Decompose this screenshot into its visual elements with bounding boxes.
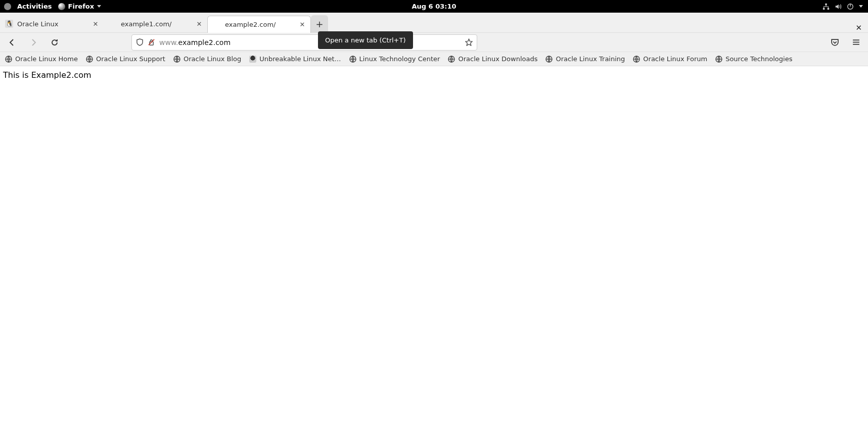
tab-strip: Oracle Linux ✕ example1.com/ ✕ example2.…	[0, 13, 868, 33]
shield-icon[interactable]	[136, 38, 144, 46]
page-body-text: This is Example2.com	[3, 70, 92, 80]
close-tab-button[interactable]: ✕	[195, 20, 203, 28]
tab-favicon-icon	[5, 20, 13, 28]
not-secure-icon[interactable]	[148, 38, 155, 46]
bookmark-label: Unbreakable Linux Net…	[259, 55, 341, 63]
window-close-button[interactable]: ✕	[849, 23, 868, 32]
bookmark-item[interactable]: Unbreakable Linux Net…	[249, 55, 341, 63]
app-menu-button[interactable]	[849, 35, 863, 50]
svg-rect-1	[823, 8, 825, 10]
bookmark-label: Oracle Linux Downloads	[458, 55, 537, 63]
forward-button[interactable]	[26, 35, 40, 50]
tab-title: Oracle Linux	[17, 20, 87, 28]
bookmark-label: Oracle Linux Forum	[643, 55, 707, 63]
tab-example1[interactable]: example1.com/ ✕	[104, 15, 207, 32]
reload-button[interactable]	[48, 35, 62, 50]
bookmark-label: Oracle Linux Training	[556, 55, 625, 63]
bookmark-item[interactable]: Oracle Linux Training	[545, 55, 625, 63]
tab-favicon-icon	[109, 20, 117, 28]
activities-button[interactable]: Activities	[17, 3, 52, 10]
tux-icon	[249, 56, 256, 63]
bookmark-label: Oracle Linux Home	[15, 55, 78, 63]
tab-oracle-linux[interactable]: Oracle Linux ✕	[0, 15, 104, 32]
bookmark-item[interactable]: Oracle Linux Home	[5, 55, 78, 63]
gnome-topbar: Activities Firefox Aug 6 03:10	[0, 0, 868, 13]
bookmark-label: Oracle Linux Support	[96, 55, 165, 63]
nav-toolbar: www.example2.com	[0, 33, 868, 52]
globe-icon	[86, 56, 93, 63]
globe-icon	[448, 56, 455, 63]
clock[interactable]: Aug 6 03:10	[412, 3, 456, 10]
back-button[interactable]	[5, 35, 19, 50]
power-icon[interactable]	[847, 3, 854, 10]
tab-title: example2.com/	[225, 21, 294, 28]
bookmark-label: Source Technologies	[725, 55, 792, 63]
bookmark-item[interactable]: Oracle Linux Blog	[173, 55, 241, 63]
activities-icon	[4, 3, 11, 10]
bookmark-star-icon[interactable]	[465, 38, 473, 46]
svg-rect-2	[828, 8, 830, 10]
new-tab-tooltip: Open a new tab (Ctrl+T)	[318, 31, 413, 49]
current-app[interactable]: Firefox	[58, 3, 102, 10]
svg-rect-0	[825, 3, 827, 5]
close-tab-button[interactable]: ✕	[92, 20, 100, 28]
bookmark-item[interactable]: Linux Technology Center	[349, 55, 440, 63]
globe-icon	[173, 56, 180, 63]
new-tab-button[interactable]: +	[311, 15, 328, 32]
tab-title: example1.com/	[121, 20, 191, 28]
globe-icon	[5, 56, 12, 63]
url-text: www.example2.com	[159, 38, 231, 46]
globe-icon	[349, 56, 356, 63]
globe-icon	[633, 56, 640, 63]
url-host: example2.com	[178, 38, 231, 46]
bookmark-item[interactable]: Source Technologies	[715, 55, 792, 63]
globe-icon	[715, 56, 722, 63]
system-menu-caret-icon[interactable]	[859, 5, 863, 8]
bookmark-item[interactable]: Oracle Linux Support	[86, 55, 165, 63]
pocket-button[interactable]	[828, 35, 842, 50]
current-app-label: Firefox	[68, 3, 95, 10]
bookmarks-toolbar: Oracle Linux Home Oracle Linux Support O…	[0, 52, 868, 66]
page-content: This is Example2.com	[0, 66, 868, 84]
chevron-down-icon	[97, 5, 101, 8]
bookmark-item[interactable]: Oracle Linux Downloads	[448, 55, 537, 63]
bookmark-label: Oracle Linux Blog	[184, 55, 241, 63]
network-icon[interactable]	[823, 3, 830, 10]
firefox-icon	[58, 3, 65, 10]
tab-favicon-icon	[213, 21, 221, 29]
tab-example2[interactable]: example2.com/ ✕	[207, 16, 311, 33]
volume-icon[interactable]	[835, 3, 842, 10]
close-tab-button[interactable]: ✕	[298, 21, 306, 29]
bookmark-item[interactable]: Oracle Linux Forum	[633, 55, 707, 63]
url-prefix: www.	[159, 38, 178, 46]
globe-icon	[545, 56, 553, 63]
bookmark-label: Linux Technology Center	[359, 55, 440, 63]
url-bar[interactable]: www.example2.com	[131, 34, 477, 51]
